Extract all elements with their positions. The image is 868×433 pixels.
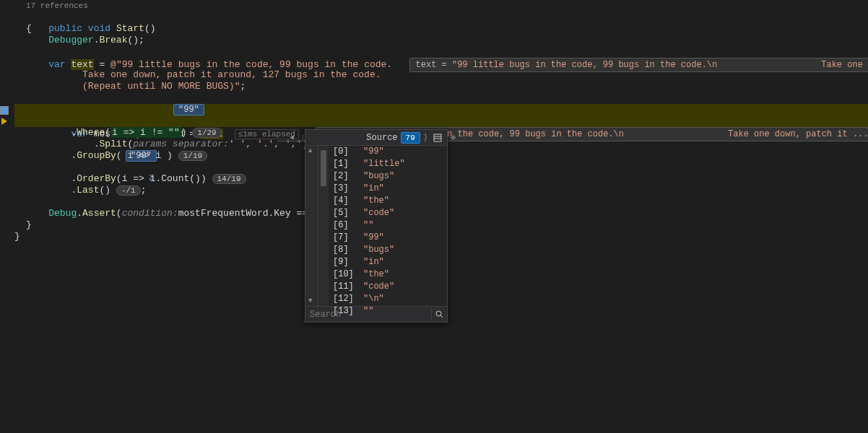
list-item-value: "the" <box>363 195 389 207</box>
codelens-references[interactable]: 17 references <box>26 1 88 10</box>
code-line: Debugger.Break(); <box>14 35 868 46</box>
code-line <box>14 46 868 58</box>
list-item[interactable]: [2]"bugs" <box>329 170 447 183</box>
chevron-right-icon[interactable]: ⟩ <box>423 132 428 143</box>
drag-handle-icon[interactable]: ✥ <box>451 132 456 143</box>
list-item-index: [11] <box>333 281 363 293</box>
popup-list: [0]"99"[1]"little"[2]"bugs"[3]"in"[4]"th… <box>329 146 447 306</box>
list-item[interactable]: [6]"" <box>329 219 447 232</box>
list-item-value: "the" <box>363 268 389 281</box>
list-item-index: [12] <box>333 293 363 305</box>
list-item-index: [5] <box>333 207 363 219</box>
scroll-up-icon[interactable]: ▲ <box>308 147 312 154</box>
list-item-index: [8] <box>333 244 363 256</box>
code-line: (Repeat until NO MORE BUGS)"; <box>14 81 868 92</box>
linq-step-badge[interactable]: 14/19 <box>212 174 246 184</box>
list-item-index: [3] <box>333 183 363 195</box>
list-item-index: [1] <box>333 158 363 170</box>
list-item-value: "little" <box>363 158 405 170</box>
popup-count-badge[interactable]: 79 <box>401 132 420 144</box>
list-item[interactable]: [5]"code" <box>329 207 447 219</box>
editor-gutter <box>0 0 14 433</box>
list-item[interactable]: [8]"bugs" <box>329 244 447 256</box>
execution-pointer-icon[interactable] <box>1 118 7 125</box>
linq-results-popup: Source 79 ⟩ ▲ ▼ [0]"99"[1]"little"[2]"bu… <box>305 129 448 323</box>
code-line: { <box>14 23 868 35</box>
code-line: var text = @"99 little bugs in the code,… <box>14 58 868 69</box>
svg-line-4 <box>440 315 443 318</box>
list-item-value: "in" <box>363 256 384 268</box>
code-line: public void Start() <box>14 12 868 23</box>
list-item-value: "code" <box>363 207 394 219</box>
popup-expand-column: ▲ ▼ <box>305 146 318 306</box>
list-item[interactable]: [3]"in" <box>329 183 447 195</box>
code-line <box>14 92 868 104</box>
list-item-value: "code" <box>363 281 394 293</box>
list-item-index: [10] <box>333 268 363 281</box>
list-item-value: "bugs" <box>363 244 394 256</box>
list-item[interactable]: [4]"the" <box>329 195 447 207</box>
code-line: var mostFrequentWord = text ≤1ms elapsed… <box>14 104 868 115</box>
popup-header: Source 79 ⟩ <box>305 130 447 146</box>
variable: text <box>71 59 93 70</box>
list-item-index: [0] <box>333 146 363 158</box>
popup-collapse-icon[interactable]: ◀ <box>290 133 294 141</box>
list-item[interactable]: [10]"the" <box>329 268 447 281</box>
list-item[interactable]: [9]"in" <box>329 256 447 268</box>
code-line: Take one down, patch it around, 127 bugs… <box>14 69 868 81</box>
list-item-index: [7] <box>333 232 363 244</box>
list-item-index: [6] <box>333 219 363 232</box>
popup-scrollbar[interactable] <box>318 146 329 306</box>
svg-point-3 <box>436 311 441 316</box>
list-item-index: [9] <box>333 256 363 268</box>
scrollbar-thumb[interactable] <box>321 150 326 186</box>
list-item-value: "in" <box>363 183 384 195</box>
code-line: .Split(params separator:' ', '.', ',') 1… <box>14 115 868 127</box>
popup-search-input[interactable] <box>305 307 431 322</box>
scroll-down-icon[interactable]: ▼ <box>308 297 312 305</box>
list-item-value: "\n" <box>363 293 384 305</box>
list-item[interactable]: [12]"\n" <box>329 293 447 305</box>
view-mode-button[interactable] <box>431 131 444 144</box>
breakpoint-marker[interactable] <box>0 106 9 115</box>
search-icon[interactable] <box>431 307 447 322</box>
list-item[interactable]: [11]"code" <box>329 281 447 293</box>
list-item-value: "bugs" <box>363 170 394 183</box>
linq-step-badge[interactable]: -/1 <box>116 185 141 196</box>
list-item-value: "" <box>363 219 373 232</box>
list-item-index: [4] <box>333 195 363 207</box>
svg-rect-0 <box>434 134 441 141</box>
list-item[interactable]: [0]"99" <box>329 146 447 158</box>
linq-step-badge[interactable]: 1/29 <box>192 128 221 138</box>
list-item-value: "99" <box>363 232 384 244</box>
linq-step-badge[interactable]: 1/19 <box>178 151 207 161</box>
list-item[interactable]: [1]"little" <box>329 158 447 170</box>
popup-source-label: Source <box>366 133 397 143</box>
list-item[interactable]: [7]"99" <box>329 232 447 244</box>
list-item-index: [2] <box>333 170 363 183</box>
list-item-value: "99" <box>363 146 384 158</box>
